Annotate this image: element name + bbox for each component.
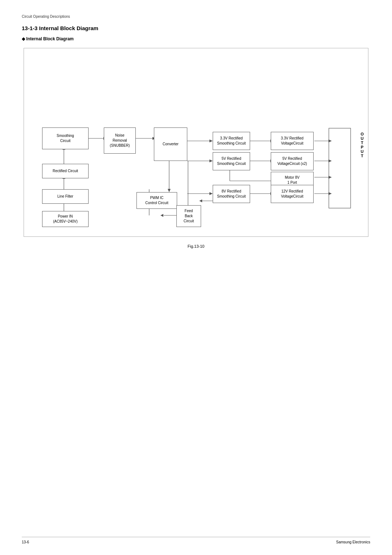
svg-marker-31 — [328, 192, 332, 195]
volt-5v-block: 5V RectifiedVoltageCircuit (x2) — [271, 152, 314, 170]
rect-smooth-33v-block: 3.3V RectifiedSmoothing Circuit — [213, 132, 250, 150]
svg-rect-41 — [329, 128, 351, 208]
svg-marker-27 — [328, 159, 332, 162]
power-in-block: Power IN(AC85V~240V) — [42, 211, 89, 227]
pwm-ic-block: PWM ICControl Circuit — [136, 192, 177, 209]
noise-removal-block: NoiseRemoval(SNUBBER) — [104, 127, 136, 154]
svg-marker-17 — [209, 192, 213, 195]
block-diagram: SmoothingCircuit Rectified Circuit Line … — [24, 48, 368, 237]
footer-company: Samsung Electronics — [336, 540, 370, 544]
svg-marker-13 — [209, 139, 213, 142]
svg-marker-11 — [168, 189, 171, 192]
breadcrumb: Circuit Operating Descriptions — [22, 15, 370, 19]
smoothing-circuit-block: SmoothingCircuit — [42, 127, 89, 149]
output-label: O U T P U T — [360, 132, 365, 158]
svg-marker-37 — [160, 214, 163, 217]
rect-smooth-5v-block: 5V RectifiedSmoothing Circuit — [213, 152, 250, 170]
subsection-title: ◆ Internal Block Diagram — [22, 36, 370, 41]
volt-12v-block: 12V RectifiedVoltageCircuit — [271, 185, 314, 203]
section-title: 13-1-3 Internal Block Diagram — [22, 25, 370, 31]
volt-33v-block: 3.3V RectifiedVoltageCircuit — [271, 132, 314, 150]
rect-smooth-8v-block: 8V RectifiedSmoothing Circuit — [213, 185, 250, 203]
converter-block: Converter — [154, 127, 187, 161]
svg-marker-15 — [209, 159, 213, 162]
page: Circuit Operating Descriptions 13-1-3 In… — [0, 0, 392, 555]
feed-back-circuit-block: FeedBackCircuit — [176, 205, 201, 227]
footer: 13-6 Samsung Electronics — [22, 537, 370, 544]
svg-marker-29 — [328, 176, 332, 179]
fig-caption: Fig.13-10 — [22, 244, 370, 248]
line-filter-block: Line Filter — [42, 189, 89, 204]
svg-marker-25 — [328, 139, 332, 142]
footer-page-number: 13-6 — [22, 540, 29, 544]
svg-marker-40 — [199, 199, 202, 202]
rectified-circuit-block: Rectified Circuit — [42, 164, 89, 178]
